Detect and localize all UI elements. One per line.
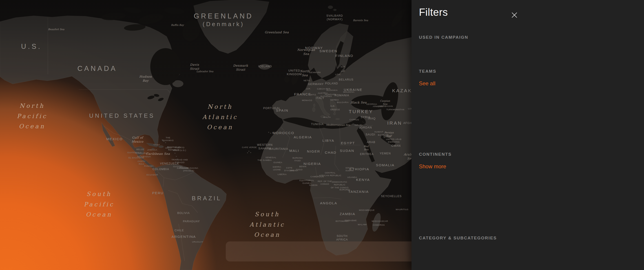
close-icon	[511, 12, 518, 19]
section-header: CATEGORY & SUBCATEGORIES	[419, 236, 524, 240]
section-continents: CONTINENTS Show more	[419, 152, 524, 170]
time-legend	[226, 241, 427, 261]
close-button[interactable]	[510, 11, 518, 19]
section-header: TEAMS	[419, 69, 524, 74]
app-window: North Pacific OceanNorth Atlantic OceanS…	[0, 0, 644, 270]
section-categories: CATEGORY & SUBCATEGORIES	[419, 236, 524, 244]
show-more-link[interactable]: Show more	[419, 163, 446, 170]
section-header: CONTINENTS	[419, 152, 524, 157]
filters-panel: Filters USED IN CAMPAIGN TEAMS See all C…	[412, 0, 644, 270]
see-all-link[interactable]: See all	[419, 80, 435, 87]
section-teams: TEAMS See all	[419, 69, 524, 87]
section-header: USED IN CAMPAIGN	[419, 35, 524, 40]
panel-title: Filters	[419, 6, 448, 18]
section-used-in-campaign: USED IN CAMPAIGN	[419, 35, 524, 47]
